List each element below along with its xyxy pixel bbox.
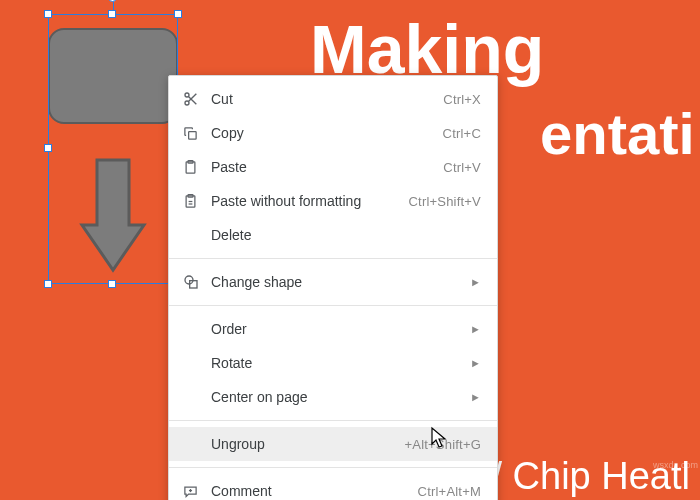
selection-bounds	[48, 14, 178, 284]
menu-paste-without-formatting[interactable]: Paste without formatting Ctrl+Shift+V	[169, 184, 497, 218]
menu-divider	[169, 420, 497, 421]
menu-comment[interactable]: Comment Ctrl+Alt+M	[169, 474, 497, 500]
resize-handle-tr[interactable]	[174, 10, 182, 18]
resize-handle-tm[interactable]	[108, 10, 116, 18]
resize-handle-bm[interactable]	[108, 280, 116, 288]
menu-order[interactable]: Order ►	[169, 312, 497, 346]
menu-divider	[169, 305, 497, 306]
copy-icon	[183, 126, 211, 141]
source-mark: wsxdn.com	[653, 460, 698, 470]
scissors-icon	[183, 91, 211, 107]
submenu-arrow-icon: ►	[470, 323, 481, 335]
shapes-icon	[183, 274, 211, 290]
menu-label: Rotate	[211, 355, 470, 371]
resize-handle-bl[interactable]	[44, 280, 52, 288]
menu-label: Order	[211, 321, 470, 337]
clipboard-plain-icon	[183, 194, 211, 209]
menu-shortcut: +Alt+Shift+G	[405, 437, 481, 452]
menu-rotate[interactable]: Rotate ►	[169, 346, 497, 380]
menu-cut[interactable]: Cut Ctrl+X	[169, 82, 497, 116]
menu-copy[interactable]: Copy Ctrl+C	[169, 116, 497, 150]
menu-label: Copy	[211, 125, 443, 141]
menu-change-shape[interactable]: Change shape ►	[169, 265, 497, 299]
svg-point-4	[185, 93, 189, 97]
menu-label: Change shape	[211, 274, 470, 290]
menu-divider	[169, 467, 497, 468]
comment-icon	[183, 484, 211, 499]
menu-shortcut: Ctrl+X	[443, 92, 481, 107]
menu-label: Ungroup	[211, 436, 405, 452]
menu-delete[interactable]: Delete	[169, 218, 497, 252]
slide-subtitle-fragment: entati	[540, 100, 695, 167]
menu-label: Cut	[211, 91, 443, 107]
menu-label: Paste without formatting	[211, 193, 409, 209]
submenu-arrow-icon: ►	[470, 357, 481, 369]
svg-point-5	[185, 101, 189, 105]
resize-handle-ml[interactable]	[44, 144, 52, 152]
resize-handle-tl[interactable]	[44, 10, 52, 18]
svg-rect-8	[189, 131, 197, 139]
menu-shortcut: Ctrl+V	[443, 160, 481, 175]
menu-label: Center on page	[211, 389, 470, 405]
menu-shortcut: Ctrl+Shift+V	[409, 194, 482, 209]
menu-shortcut: Ctrl+Alt+M	[418, 484, 481, 499]
menu-ungroup[interactable]: Ungroup +Alt+Shift+G	[169, 427, 497, 461]
menu-shortcut: Ctrl+C	[443, 126, 481, 141]
context-menu: Cut Ctrl+X Copy Ctrl+C Paste Ctrl+V Past…	[168, 75, 498, 500]
menu-label: Delete	[211, 227, 481, 243]
submenu-arrow-icon: ►	[470, 276, 481, 288]
clipboard-icon	[183, 160, 211, 175]
menu-paste[interactable]: Paste Ctrl+V	[169, 150, 497, 184]
rotation-handle[interactable]	[108, 0, 117, 2]
svg-rect-16	[190, 281, 197, 288]
submenu-arrow-icon: ►	[470, 391, 481, 403]
menu-label: Comment	[211, 483, 418, 499]
menu-divider	[169, 258, 497, 259]
menu-center-on-page[interactable]: Center on page ►	[169, 380, 497, 414]
menu-label: Paste	[211, 159, 443, 175]
